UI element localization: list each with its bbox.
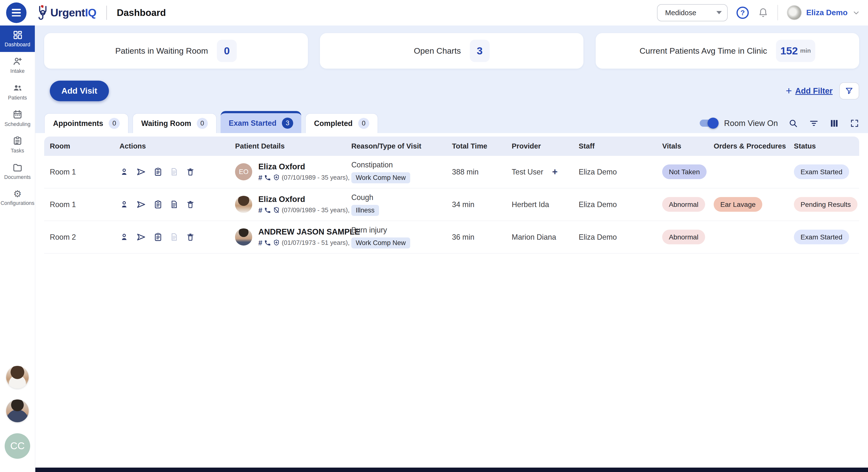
person-add-icon [12, 56, 23, 67]
add-visit-button[interactable]: Add Visit [50, 80, 109, 101]
tab-count-badge: 3 [282, 117, 293, 129]
reason-cell: Cough Illness [346, 193, 446, 216]
room-view-toggle[interactable] [700, 120, 717, 127]
hash-icon[interactable]: # [258, 206, 262, 214]
patient-cell[interactable]: ANDREW JASON SAMPLE # (01/07/1973 - 51 y… [229, 227, 346, 247]
clipboard-icon[interactable] [153, 167, 163, 176]
vitals-cell: Abnormal [657, 197, 708, 212]
document-icon[interactable] [170, 233, 179, 241]
tab-exam-started[interactable]: Exam Started 3 [221, 111, 302, 133]
organization-select-value: Medidose [665, 8, 696, 17]
column-header: Vitals [657, 142, 708, 150]
bell-icon[interactable] [757, 7, 769, 18]
fullscreen-icon[interactable] [850, 119, 859, 128]
divider [106, 6, 107, 20]
send-icon[interactable] [136, 200, 146, 209]
avatar[interactable]: CC [5, 433, 30, 459]
top-bar-right: Medidose ? Eliza Demo [657, 4, 860, 21]
filter-lines-icon[interactable] [809, 119, 819, 128]
trash-icon[interactable] [186, 200, 195, 209]
status-badge[interactable]: Exam Started [794, 230, 849, 244]
search-icon[interactable] [788, 119, 798, 128]
table-row[interactable]: Room 1 EO Eliza Oxford # [44, 156, 859, 189]
bottom-bar [35, 468, 868, 472]
hash-icon[interactable]: # [258, 173, 262, 182]
sidebar-item-intake[interactable]: Intake [0, 52, 35, 78]
patient-demographics: (07/09/1989 - 35 years), F [282, 207, 355, 214]
tab-appointments[interactable]: Appointments 0 [44, 113, 129, 133]
column-header: Patient Details [229, 142, 346, 150]
vitals-badge[interactable]: Abnormal [662, 197, 705, 212]
status-badge[interactable]: Exam Started [794, 164, 849, 179]
status-badge[interactable]: Pending Results [794, 197, 858, 212]
user-menu[interactable]: Eliza Demo [787, 5, 860, 20]
user-avatar [787, 5, 802, 20]
clipboard-icon[interactable] [153, 232, 163, 242]
sidebar-item-scheduling[interactable]: Scheduling [0, 105, 35, 131]
tab-completed[interactable]: Completed 0 [305, 113, 378, 133]
hash-icon[interactable]: # [258, 239, 262, 247]
phone-icon[interactable] [264, 174, 271, 181]
column-header: Room [44, 142, 114, 150]
visit-type-tag: Illness [351, 205, 379, 216]
reason-cell: Burn injury Work Comp New [346, 226, 446, 248]
visit-type-tag: Work Comp New [351, 237, 410, 248]
avatar[interactable] [6, 366, 29, 389]
patient-cell[interactable]: Eliza Oxford # (07/09/1989 - 35 years), … [229, 195, 346, 214]
patient-profile-icon[interactable] [120, 232, 129, 242]
table-row[interactable]: Room 1 Eliza Oxford # [44, 189, 859, 221]
provider-cell: Marion Diana [506, 233, 573, 241]
stethoscope-icon [35, 4, 50, 21]
patient-profile-icon[interactable] [120, 167, 129, 176]
sidebar-item-patients[interactable]: Patients [0, 78, 35, 105]
folder-icon [12, 162, 23, 173]
avatar[interactable] [6, 400, 29, 422]
shield-plus-icon[interactable] [273, 239, 280, 246]
help-icon[interactable]: ? [737, 7, 749, 19]
dashboard-header-zone: Patients in Waiting Room 0 Open Charts 3… [35, 26, 868, 133]
patient-avatar [235, 228, 252, 245]
shield-off-icon[interactable] [273, 207, 280, 214]
shield-plus-icon[interactable] [273, 174, 280, 181]
total-time-cell: 34 min [446, 200, 506, 209]
send-icon[interactable] [136, 232, 146, 242]
column-header: Staff [573, 142, 657, 150]
stat-value: 3 [477, 45, 483, 57]
patient-cell[interactable]: EO Eliza Oxford # (07/10/1989 - 35 years… [229, 162, 346, 182]
send-icon[interactable] [136, 167, 146, 177]
table-row[interactable]: Room 2 ANDREW JASON SAMPLE # [44, 221, 859, 254]
filter-funnel-button[interactable] [839, 82, 859, 100]
clipboard-icon[interactable] [153, 200, 163, 209]
organization-select[interactable]: Medidose [657, 4, 728, 21]
vitals-badge[interactable]: Not Taken [662, 164, 706, 179]
vitals-badge[interactable]: Abnormal [662, 230, 705, 244]
column-header: Orders & Procedures [708, 142, 788, 150]
document-icon[interactable] [170, 167, 179, 176]
sidebar-item-tasks[interactable]: Tasks [0, 132, 35, 158]
add-filter-link[interactable]: + Add Filter [786, 85, 833, 97]
patient-name: Eliza Oxford [258, 195, 355, 204]
user-name: Eliza Demo [806, 8, 847, 17]
status-cell: Exam Started [788, 164, 859, 179]
trash-icon[interactable] [186, 167, 195, 176]
phone-icon[interactable] [264, 239, 271, 246]
table-view-controls: Room View On [700, 119, 859, 133]
tab-waiting-room[interactable]: Waiting Room 0 [132, 113, 217, 133]
columns-icon[interactable] [829, 119, 839, 128]
trash-icon[interactable] [186, 233, 195, 241]
patient-name: ANDREW JASON SAMPLE [258, 227, 360, 236]
phone-icon[interactable] [264, 207, 271, 214]
actions-cell [114, 200, 229, 209]
order-badge[interactable]: Ear Lavage [714, 197, 762, 212]
menu-button[interactable] [6, 2, 27, 23]
sidebar-item-documents[interactable]: Documents [0, 158, 35, 184]
orders-cell: Ear Lavage [708, 197, 788, 212]
sidebar-item-dashboard[interactable]: Dashboard [0, 26, 35, 52]
sidebar-item-configurations[interactable]: ⚙ Configurations [0, 184, 35, 211]
patient-profile-icon[interactable] [120, 200, 129, 209]
staff-cell: Eliza Demo [573, 168, 657, 176]
document-icon[interactable] [170, 200, 179, 209]
add-provider-icon[interactable]: + [552, 167, 557, 176]
status-cell: Pending Results [788, 197, 859, 212]
app-logo[interactable]: UrgentIQ [35, 4, 96, 21]
